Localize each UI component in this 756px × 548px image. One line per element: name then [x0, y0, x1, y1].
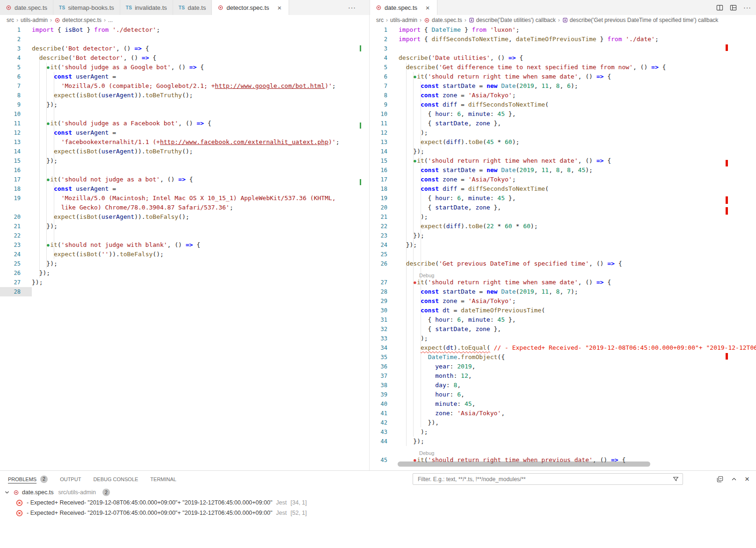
- breadcrumb-separator: ›: [558, 17, 560, 23]
- code-line: import { diffSecondsToNextTime, dateTime…: [399, 35, 756, 44]
- code-line: const startDate = new Date(2019, 11, 8, …: [399, 287, 756, 296]
- vscode-window: date.spec.tsTSsitemap-books.tsTSinvalida…: [0, 0, 756, 548]
- problems-filter-input[interactable]: [417, 476, 670, 483]
- line-number: 28: [0, 287, 21, 296]
- overview-ruler-mark: [726, 160, 728, 166]
- tab-detector.spec.ts[interactable]: detector.spec.ts×: [212, 0, 289, 15]
- code-line: [399, 44, 756, 53]
- tab-date.spec.ts[interactable]: date.spec.ts: [0, 0, 53, 15]
- line-number: 2: [0, 35, 21, 44]
- editor-actions: ···: [716, 0, 751, 15]
- problems-list: date.spec.tssrc/utils-admin2- Expected+ …: [0, 487, 756, 518]
- overview-ruler-mark: [360, 179, 361, 185]
- code-line: describe('Get difference time to next sp…: [399, 63, 756, 72]
- code-editor-right[interactable]: 1234567891011121314151617181920212223242…: [370, 25, 756, 470]
- collapse-all-icon[interactable]: [717, 476, 723, 483]
- code-line: [399, 250, 756, 259]
- line-number: 22: [370, 222, 387, 231]
- breadcrumb-item[interactable]: src: [7, 17, 14, 23]
- panel-tab-output[interactable]: OUTPUT: [60, 471, 81, 487]
- ts-file-icon: TS: [59, 5, 65, 10]
- code-line: );: [399, 128, 756, 137]
- more-tabs-button[interactable]: ···: [348, 0, 356, 15]
- tab-invalidate.ts[interactable]: TSinvalidate.ts: [120, 0, 173, 15]
- panel-tab-problems[interactable]: PROBLEMS2: [8, 471, 48, 487]
- codelens-debug-link[interactable]: Debug: [419, 446, 756, 455]
- line-number: 15: [0, 156, 21, 166]
- breadcrumb-item[interactable]: date.spec.ts: [424, 17, 462, 23]
- code-line: });: [399, 231, 756, 240]
- code-line: const startDate = new Date(2019, 11, 8, …: [399, 81, 756, 91]
- code-line: describe('Date utilities', () => {: [399, 53, 756, 63]
- line-number: 3: [370, 44, 387, 53]
- tab-sitemap-books.ts[interactable]: TSsitemap-books.ts: [53, 0, 120, 15]
- code-line: zone: 'Asia/Tokyo',: [399, 409, 756, 418]
- more-actions-icon[interactable]: ···: [743, 4, 751, 11]
- line-number: 1: [370, 25, 387, 35]
- line-number: 6: [370, 72, 387, 81]
- breadcrumb-item[interactable]: detector.spec.ts: [54, 17, 102, 23]
- line-number: 16: [0, 166, 21, 175]
- test-pass-icon: ●: [47, 64, 50, 71]
- ts-file-icon: TS: [179, 5, 185, 10]
- layout-icon[interactable]: [730, 4, 737, 11]
- breadcrumb-item[interactable]: describe('Get previous DateTime of speci…: [562, 17, 719, 23]
- tab-label: date.spec.ts: [385, 4, 417, 11]
- problem-row[interactable]: - Expected+ Received- "2019-12-08T06:45:…: [0, 498, 756, 508]
- line-number: 31: [370, 315, 387, 324]
- line-number: [0, 203, 21, 212]
- line-number: 1: [0, 25, 21, 35]
- code-line: 'facebookexternalhit/1.1 (+http://www.fa…: [32, 137, 369, 147]
- symbol-icon: [562, 17, 568, 23]
- test-pass-icon: ●: [47, 242, 50, 248]
- codelens-debug-link[interactable]: Debug: [419, 268, 756, 278]
- chevron-up-icon[interactable]: [731, 476, 737, 483]
- code-line: }),: [399, 418, 756, 427]
- line-number: 45: [370, 455, 387, 465]
- line-number: 23: [370, 231, 387, 240]
- close-panel-icon[interactable]: ×: [745, 475, 749, 484]
- breadcrumb-item[interactable]: ...: [108, 17, 113, 23]
- problem-row[interactable]: - Expected+ Received- "2019-12-07T06:45:…: [0, 508, 756, 518]
- breadcrumb-item[interactable]: utils-admin: [21, 17, 48, 23]
- horizontal-scrollbar[interactable]: [398, 461, 650, 467]
- tab-label: detector.spec.ts: [226, 4, 269, 11]
- code-line: });: [32, 278, 369, 287]
- line-number: 23: [0, 240, 21, 250]
- code-line: [32, 109, 369, 119]
- problem-file-row[interactable]: date.spec.tssrc/utils-admin2: [0, 487, 756, 498]
- breadcrumb-item[interactable]: describe('Date utilities') callback: [469, 17, 556, 23]
- panel-tab-terminal[interactable]: TERMINAL: [150, 471, 176, 487]
- code-editor-left[interactable]: 1234567891011121314151617181920212223242…: [0, 25, 369, 470]
- ts-file-icon: TS: [126, 5, 132, 10]
- chevron-down-icon[interactable]: [4, 489, 10, 496]
- problem-position: [34, 1]: [291, 499, 307, 506]
- line-number: 21: [370, 212, 387, 222]
- line-number: 28: [370, 287, 387, 296]
- code-line: ●it('should return right time when same …: [399, 72, 756, 81]
- line-number: 20: [0, 212, 21, 222]
- tab-date.ts[interactable]: TSdate.ts: [173, 0, 212, 15]
- code-line: });: [399, 437, 756, 446]
- code-line: });: [32, 100, 369, 109]
- tab-date.spec.ts[interactable]: date.spec.ts×: [370, 0, 437, 15]
- split-editor-icon[interactable]: [716, 4, 723, 11]
- jest-file-icon: [13, 490, 19, 496]
- line-number: 7: [0, 81, 21, 91]
- code-line: describe('Bot detector', () => {: [32, 53, 369, 63]
- filter-icon[interactable]: [673, 476, 679, 482]
- tab-group-right: date.spec.ts×: [370, 0, 437, 15]
- panel-tab-debug-console[interactable]: DEBUG CONSOLE: [93, 471, 138, 487]
- code-line: const userAgent =: [32, 128, 369, 137]
- code-line: { startDate, zone },: [399, 324, 756, 334]
- code-line: });: [32, 268, 369, 278]
- close-icon[interactable]: ×: [276, 4, 283, 11]
- breadcrumb-item[interactable]: src: [376, 17, 384, 23]
- line-number: 19: [0, 194, 21, 203]
- close-icon[interactable]: ×: [424, 4, 431, 11]
- breadcrumb-item[interactable]: utils-admin: [390, 17, 417, 23]
- line-number: 38: [370, 381, 387, 390]
- line-number: 3: [0, 44, 21, 53]
- line-number: 26: [370, 259, 387, 268]
- code-line: });: [32, 222, 369, 231]
